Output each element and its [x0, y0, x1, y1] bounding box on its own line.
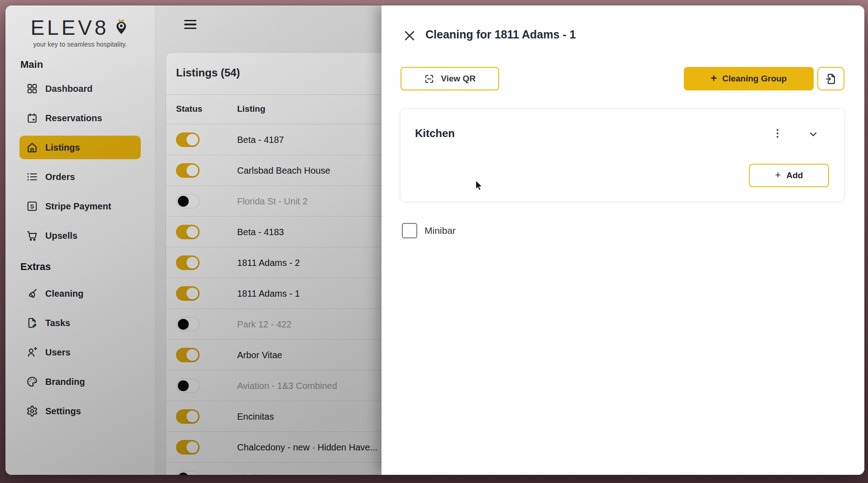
cleaning-group-button[interactable]: + Cleaning Group: [684, 67, 814, 90]
broom-icon: [26, 288, 38, 299]
toggle-knob: [186, 257, 198, 269]
toggle-knob: [178, 319, 189, 330]
listing-name: Florida St - Unit 2: [237, 196, 308, 206]
toggle-knob: [186, 411, 198, 422]
listings-count-title: Listings (54): [176, 66, 240, 79]
listing-name: Arbor Vitae: [237, 350, 282, 360]
cleaning-group-card: Kitchen + Add: [400, 109, 844, 202]
minibar-option: Minibar: [402, 223, 456, 238]
toggle-knob: [186, 288, 198, 299]
sidebar-item-settings[interactable]: Settings: [19, 399, 141, 423]
desktop-background: ELEV8 your key to seamless hospitality. …: [0, 0, 868, 483]
toggle-knob: [178, 473, 189, 475]
listing-name: Chalcedony - new · Hidden Have...: [237, 442, 377, 452]
column-header-status: Status: [176, 104, 202, 114]
listing-name: Beta - 4187: [237, 134, 284, 145]
sidebar-item-label: Users: [45, 347, 71, 358]
pin-crown-icon: [113, 18, 130, 38]
sidebar-item-label: Dashboard: [45, 84, 92, 94]
status-toggle[interactable]: [176, 348, 200, 362]
brand-logo: ELEV8: [5, 5, 155, 40]
status-toggle[interactable]: [176, 440, 200, 455]
svg-text:S: S: [30, 203, 34, 210]
sidebar-item-users[interactable]: Users: [19, 341, 141, 364]
sidebar: ELEV8 your key to seamless hospitality. …: [5, 5, 155, 475]
list-icon: [26, 171, 38, 183]
kebab-icon[interactable]: [772, 128, 783, 139]
import-group-button[interactable]: [817, 67, 844, 90]
drawer-toolbar: View QR + Cleaning Group: [401, 67, 844, 90]
listing-name: Beta - 4183: [237, 227, 284, 237]
sidebar-item-label: Tasks: [45, 318, 70, 328]
gear-icon: [26, 405, 38, 417]
status-toggle[interactable]: [176, 409, 200, 424]
status-toggle[interactable]: [176, 133, 200, 147]
section-header-extras: Extras: [20, 261, 155, 273]
sidebar-item-branding[interactable]: Branding: [19, 370, 141, 393]
sidebar-item-listings[interactable]: Listings: [19, 136, 141, 159]
minibar-checkbox[interactable]: [402, 223, 417, 238]
add-item-button[interactable]: + Add: [749, 164, 829, 187]
listing-name: Aviation - 1&3 Combined: [237, 380, 337, 391]
sidebar-item-label: Listings: [45, 142, 80, 153]
brand-tagline: your key to seamless hospitality.: [5, 41, 155, 48]
sidebar-item-upsells[interactable]: Upsells: [19, 224, 141, 247]
toggle-knob: [186, 349, 198, 361]
toggle-knob: [186, 226, 198, 238]
file-import-icon: [825, 73, 837, 85]
status-toggle[interactable]: [176, 256, 200, 270]
listing-name: Chalcedony: [237, 473, 285, 475]
sidebar-item-label: Cleaning: [45, 289, 83, 299]
toggle-knob: [178, 380, 189, 391]
view-qr-button[interactable]: View QR: [401, 67, 499, 90]
home-icon: [26, 142, 38, 153]
minibar-label: Minibar: [424, 225, 456, 236]
close-icon[interactable]: [403, 29, 416, 43]
palette-icon: [26, 376, 38, 388]
listing-name: 1811 Adams - 2: [237, 257, 300, 268]
sidebar-item-dashboard[interactable]: Dashboard: [19, 77, 141, 100]
column-header-listing: Listing: [237, 104, 265, 114]
brand-name: ELEV8: [30, 15, 109, 40]
section-header-main: Main: [20, 59, 155, 71]
sidebar-item-label: Branding: [45, 377, 85, 387]
app-window: ELEV8 your key to seamless hospitality. …: [5, 5, 864, 475]
sidebar-item-label: Upsells: [45, 231, 77, 241]
add-label: Add: [786, 170, 803, 180]
chevron-down-icon[interactable]: [808, 129, 819, 140]
sidebar-item-reservations[interactable]: Reservations: [19, 106, 141, 130]
toggle-knob: [186, 165, 198, 176]
status-toggle[interactable]: [176, 194, 200, 208]
cart-icon: [26, 230, 38, 242]
status-toggle[interactable]: [176, 225, 200, 239]
plus-icon: +: [711, 72, 717, 85]
sidebar-item-orders[interactable]: Orders: [19, 165, 141, 189]
status-toggle[interactable]: [176, 163, 200, 178]
qr-scan-icon: [424, 74, 434, 84]
listing-name: Park 12 - 422: [237, 319, 291, 329]
dashboard-icon: [26, 83, 38, 95]
user-plus-icon: [26, 346, 38, 358]
sidebar-item-cleaning[interactable]: Cleaning: [19, 282, 141, 305]
listing-name: Carlsbad Beach House: [237, 165, 330, 175]
cleaning-group-label: Cleaning Group: [722, 74, 787, 84]
drawer-title: Cleaning for 1811 Adams - 1: [425, 28, 576, 41]
sidebar-item-tasks[interactable]: Tasks: [19, 311, 141, 335]
plus-icon: +: [775, 169, 781, 181]
status-toggle[interactable]: [176, 286, 200, 301]
sidebar-item-label: Reservations: [45, 113, 102, 123]
status-toggle[interactable]: [176, 471, 200, 475]
file-pen-icon: [26, 317, 38, 329]
cleaning-drawer: Cleaning for 1811 Adams - 1 View QR +: [382, 5, 864, 475]
group-title: Kitchen: [415, 127, 455, 140]
hamburger-menu-button[interactable]: [184, 20, 196, 29]
sidebar-item-stripe-payment[interactable]: SStripe Payment: [19, 194, 141, 218]
stripe-icon: S: [26, 200, 38, 212]
sidebar-item-label: Orders: [45, 172, 75, 182]
listing-name: 1811 Adams - 1: [237, 288, 300, 298]
toggle-knob: [186, 441, 198, 453]
status-toggle[interactable]: [176, 379, 200, 393]
status-toggle[interactable]: [176, 317, 200, 331]
toggle-knob: [178, 196, 189, 207]
view-qr-label: View QR: [441, 74, 476, 84]
